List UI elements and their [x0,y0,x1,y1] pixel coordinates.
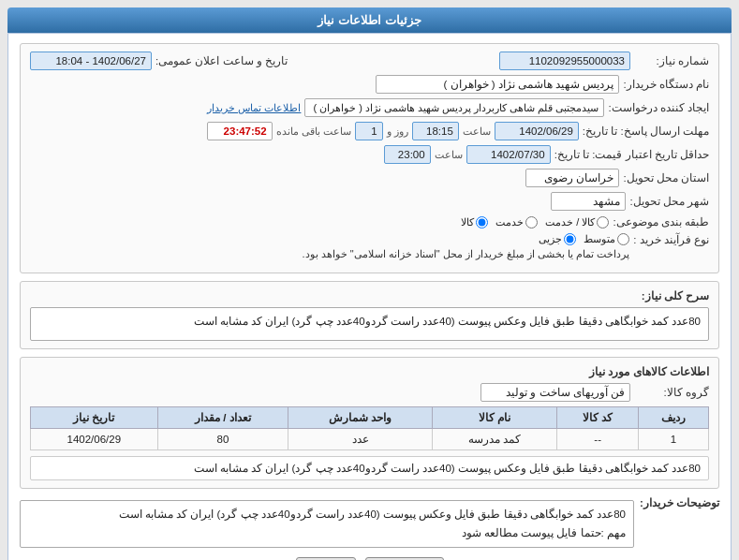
purchase-option-jozi[interactable]: جزیی [539,233,576,245]
province-label: استان محل تحویل: [623,171,709,184]
price-time: 23:00 [384,145,431,164]
need-number-label: شماره نیاز: [634,54,709,67]
category-option-kala[interactable]: کالا [461,216,488,228]
category-label: طبقه بندی موضوعی: [613,215,709,228]
purchase-option-mutawaset[interactable]: متوسط [584,233,629,245]
product-table: ردیف کد کالا نام کالا واحد شمارش تعداد /… [30,406,709,450]
date-value: 1402/06/27 - 18:04 [30,52,152,70]
category-option-khadamat[interactable]: خدمت [495,216,538,228]
remaining-time: 23:47:52 [207,122,273,140]
category-radio-group: کالا / خدمت خدمت کالا [461,216,609,228]
purchase-type-label: نوع فرآیند خرید : [633,233,709,246]
reply-day-label: روز و [387,125,408,138]
creator-label: ایجاد کننده درخواست: [608,101,709,114]
purchase-radio-mutawaset[interactable] [617,233,629,245]
col-unit: واحد شمارش [288,407,433,429]
buyer-notes-text2: مهم :حتما فایل پیوست مطالعه شود [28,524,626,543]
category-radio-kala[interactable] [476,216,488,228]
price-time-label: ساعت [435,149,463,161]
buyer-notes-box: 80عدد کمد خوابگاهی دقیقا طبق فایل وعکس پ… [20,500,634,548]
price-date: 1402/07/30 [466,145,551,164]
category-option-kala-khadamat[interactable]: کالا / خدمت [545,216,609,228]
buyer-label: نام دستگاه خریدار: [623,78,709,91]
category-radio-kala-khadamat[interactable] [597,216,609,228]
col-qty: تعداد / مقدار [157,407,288,429]
col-code: کد کالا [557,407,639,429]
page-title: جزئیات اطلاعات نیاز [7,7,732,33]
col-date: تاریخ نیاز [31,407,158,429]
purchase-note: پرداخت تمام یا بخشی از مبلغ خریدار از مح… [303,248,630,260]
contact-link[interactable]: اطلاعات تماس خریدار [207,102,301,114]
group-label: گروه کالا: [634,386,709,399]
category-radio-khadamat[interactable] [525,216,538,228]
col-name: نام کالا [433,407,557,429]
province-value: خراسان رضوی [525,169,619,187]
date-label: تاریخ و ساعت اعلان عمومی: [155,54,288,67]
table-note: 80عدد کمد خوابگاهی دقیقا طبق فایل وعکس پ… [30,456,709,480]
need-description: 80عدد کمد خوابگاهی دقیقا طبق فایل وعکس پ… [30,307,709,341]
city-label: شهر محل تحویل: [629,195,709,208]
product-info-title: اطلاعات کالاهای مورد نیاز [30,365,709,378]
reply-deadline-label: مهلت ارسال پاسخ: تا تاریخ: [583,125,709,138]
group-value: فن آوریهای ساخت و تولید [480,383,630,402]
buyer-value: پردیس شهید هاشمی نژاد ( خواهران ) [376,75,619,94]
city-value: مشهد [551,192,626,211]
need-desc-label: سرح کلی نیاز: [634,289,709,302]
reply-time-label: ساعت [463,125,491,138]
buyer-notes-text1: 80عدد کمد خوابگاهی دقیقا طبق فایل وعکس پ… [28,506,626,524]
reply-date: 1402/06/29 [495,122,579,140]
buyer-notes-label: توضیحات خریدار: [640,496,719,509]
table-row: 1--کمد مدرسهعدد801402/06/29 [31,429,709,450]
purchase-radio-group: متوسط جزیی [303,233,630,245]
creator-value: سیدمجتبی قلم شاهی کاربردار پردیس شهید ها… [304,98,604,117]
price-deadline-label: حداقل تاریخ اعتبار قیمت: تا تاریخ: [554,148,709,161]
purchase-radio-jozi[interactable] [564,233,576,245]
reply-time: 18:15 [412,122,459,140]
reply-day: 1 [355,122,383,140]
need-number-value: 1102092955000033 [499,52,630,70]
col-row: ردیف [639,407,709,429]
remaining-label: ساعت باقی مانده [276,125,351,138]
